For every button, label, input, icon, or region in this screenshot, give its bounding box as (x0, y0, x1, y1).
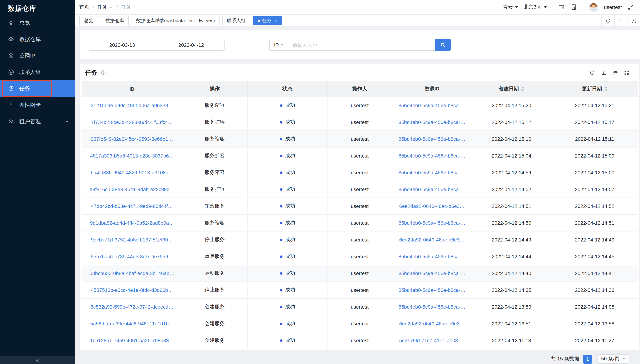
tab-dw-detail[interactable]: 数据仓库详情(hashdata_test_dw_yes) (132, 16, 219, 25)
tab-tasks[interactable]: 任务× (253, 16, 282, 25)
sort-desc-icon[interactable] (604, 89, 607, 91)
provider-select[interactable]: 青云 (503, 4, 518, 10)
sidebar-item-tenant-mgmt[interactable]: 租户管理 (0, 113, 75, 130)
sidebar-item-elastic-nic[interactable]: 弹性网卡 (0, 97, 75, 113)
cell-task-id: 3121503e-d4dc-490f-a06a-a96339… (82, 97, 182, 114)
task-id-link[interactable]: 8c532a99-599b-472c-9742-dceecd… (91, 304, 173, 310)
task-id-link[interactable]: 937fb549-82e2-45c4-9593-8e66b1… (91, 136, 173, 142)
maximize-pane-icon[interactable] (627, 15, 640, 26)
sort-control[interactable] (521, 86, 524, 91)
sidebar-item-overview[interactable]: 总览 (0, 15, 75, 31)
cell-status: 成功 (248, 332, 328, 349)
task-id-link[interactable]: 4537513b-e0cd-4e1e-8fdc-d3d96b… (91, 287, 173, 293)
table-toolbar (589, 70, 630, 76)
task-id-link[interactable]: 5a58fbda-e30e-44c6-946f-11d1d1b… (90, 321, 174, 326)
search-field-select[interactable]: ID (269, 39, 288, 51)
sidebar-item-data-warehouse[interactable]: 数据仓库 (0, 31, 75, 48)
avatar[interactable] (588, 2, 598, 12)
task-id-link[interactable]: 00bcb650-0b8a-4baf-acda-3b146ab… (90, 270, 174, 276)
resource-id-link[interactable]: 85bd4eb0-5c9a-456e-b8ca-… (399, 102, 465, 108)
cell-updated: 2022-04-12 15:21 (551, 97, 638, 114)
sort-desc-icon[interactable] (521, 89, 524, 91)
tab-data-warehouse[interactable]: 数据仓库 (101, 16, 129, 25)
sidebar-item-tasks[interactable]: 任务 (0, 80, 75, 97)
status-label: 成功 (285, 220, 295, 226)
document-user-icon[interactable] (570, 4, 577, 11)
tab-contact-group[interactable]: 联系人组 (222, 16, 250, 25)
resource-id-link[interactable]: 85bd4eb0-5c9a-456e-b8ca-… (399, 186, 465, 192)
page-1-button[interactable]: 1 (583, 354, 592, 364)
cell-resource-id: 85bd4eb0-5c9a-456e-b8ca-… (392, 248, 472, 265)
active-tab-dot (258, 20, 260, 22)
chevron-down-icon (280, 44, 283, 46)
resource-id-link[interactable]: 85bd4eb0-5c9a-456e-b8ca-… (399, 304, 465, 310)
status-dot (280, 104, 282, 107)
task-id-link[interactable]: ba4fd386-9940-4829-9013-d3108c… (91, 170, 173, 176)
table-header-row: ID操作状态操作人资源ID创建日期更新日期 (82, 81, 638, 97)
cell-operation: 服务缩容 (182, 131, 248, 147)
sidebar-item-label: 数据仓库 (19, 36, 41, 43)
column-label: 更新日期 (582, 86, 602, 92)
refresh-tabs-icon[interactable] (601, 15, 614, 26)
column-header[interactable]: 更新日期 (551, 81, 638, 97)
resource-id-link[interactable]: 6ee2da92-0640-46ac-b6e3… (399, 321, 465, 326)
search-input[interactable] (288, 39, 435, 51)
task-id-link[interactable]: 1c5128a1-74a9-4061-aa26-798b83… (90, 338, 174, 343)
search-button[interactable] (435, 39, 451, 51)
status-label: 成功 (285, 253, 295, 260)
username[interactable]: usertest (604, 4, 622, 10)
resource-id-link[interactable]: 85bd4eb0-5c9a-456e-b8ca-… (399, 270, 465, 276)
refresh-table-icon[interactable] (589, 70, 595, 76)
resource-id-link[interactable]: 85bd4eb0-5c9a-456e-b8ca-… (399, 119, 465, 125)
resource-id-link[interactable]: 85bd4eb0-5c9a-456e-b8ca-… (399, 136, 465, 142)
info-icon[interactable] (101, 70, 106, 75)
column-header[interactable]: 创建日期 (472, 81, 551, 97)
billing-icon[interactable] (558, 4, 565, 11)
task-id-link[interactable]: 3121503e-d4dc-490f-a06a-a96339… (91, 102, 173, 108)
fullscreen-icon[interactable] (627, 4, 634, 11)
sidebar-item-contact-group[interactable]: 联系人组 (0, 64, 75, 80)
cell-operator: usertest (328, 114, 392, 130)
breadcrumb-item[interactable]: 首页 (79, 4, 89, 10)
date-end[interactable]: 2022-04-12 (178, 42, 204, 48)
sidebar-item-public-ip[interactable]: 公网IP (0, 48, 75, 64)
task-id-link[interactable]: 4817a303-b5a8-4013-b28c-3037b6… (90, 153, 174, 158)
resource-id-link[interactable]: 85bd4eb0-5c9a-456e-b8ca-… (399, 287, 465, 293)
date-range-picker[interactable]: 2022-03-13 ~ 2022-04-12 (89, 39, 224, 51)
sort-asc-icon[interactable] (604, 86, 607, 88)
close-tab-icon[interactable]: × (274, 18, 277, 23)
sort-asc-icon[interactable] (521, 86, 524, 88)
resource-id-link[interactable]: 6ee2da92-0640-46ac-b6e3… (399, 203, 465, 209)
date-start[interactable]: 2022-03-13 (109, 42, 135, 48)
resource-id-link[interactable]: 85bd4eb0-5c9a-456e-b8ca-… (399, 170, 465, 176)
task-id-link[interactable]: 9dcbe71d-3752-4b8c-b137-51ef30… (91, 237, 173, 242)
breadcrumb-item[interactable]: 任务 (121, 4, 131, 10)
column-settings-icon[interactable] (612, 70, 618, 76)
resource-id-link[interactable]: 85bd4eb0-5c9a-456e-b8ca-… (399, 254, 465, 259)
panel-title: 任务 (85, 68, 97, 76)
table-fullscreen-icon[interactable] (623, 70, 630, 76)
tab-overview[interactable]: 总览 (79, 16, 98, 25)
cell-updated: 2022-04-12 11:27 (551, 332, 638, 349)
resource-id-link[interactable]: 85bd4eb0-5c9a-456e-b8ca-… (399, 220, 465, 226)
sidebar-item-label: 公网IP (19, 52, 35, 59)
breadcrumb-item[interactable]: 任务 (97, 4, 107, 10)
sort-control[interactable] (604, 86, 607, 91)
sidebar-collapse-button[interactable]: « (0, 356, 75, 364)
task-id-link[interactable]: 7f734b23-ce3d-4288-a9dc-1f03fc4… (91, 119, 173, 125)
cell-created: 2022-04-12 13:51 (472, 316, 551, 332)
resource-id-link[interactable]: 85bd4eb0-5c9a-456e-b8ca-… (399, 153, 465, 158)
resource-id-link[interactable]: 5c2179fd-71c7-41e1-a003-… (399, 338, 465, 343)
cell-created: 2022-04-12 15:20 (472, 97, 551, 114)
task-id-link[interactable]: 95b76ac6-e735-44d5-8ef7-de7556… (91, 254, 173, 259)
task-id-link[interactable]: a9f816c0-38e8-4541-9dab-e22c99c… (90, 186, 174, 192)
resource-id-link[interactable]: 6ee2da92-0640-46ac-b6e3… (399, 237, 465, 242)
cell-operation: 服务缩容 (182, 97, 248, 114)
task-id-link[interactable]: 47db42cd-b63e-4c71-9ed9-65dc4f… (91, 203, 173, 209)
tabs-menu-icon[interactable] (614, 15, 627, 26)
page-size-select[interactable]: 50 条/页 (597, 354, 629, 364)
task-id-link[interactable]: 9d1dba82-ad4d-4ff4-9a52-2ad8b0a… (90, 220, 174, 226)
cell-status: 成功 (248, 248, 328, 265)
row-density-icon[interactable] (601, 70, 607, 76)
region-select[interactable]: 北京3区 (524, 4, 547, 10)
